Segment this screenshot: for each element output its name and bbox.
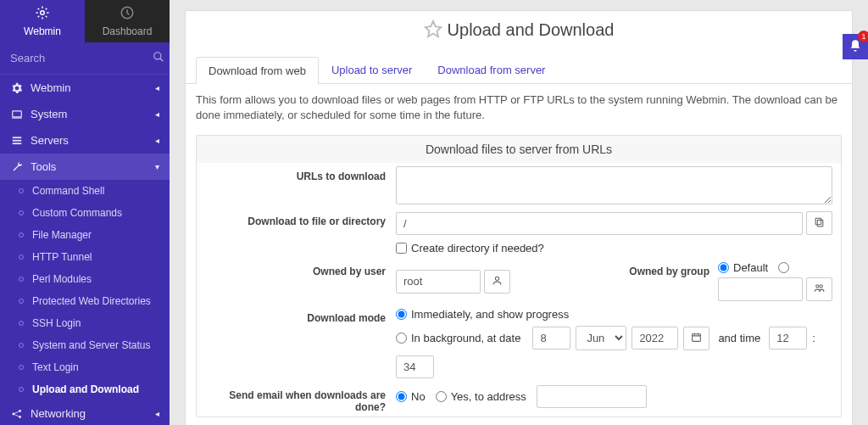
mode-bg-label[interactable]: In background, at date — [396, 332, 520, 344]
nav-networking-label: Networking — [31, 407, 155, 420]
sub-upload-download[interactable]: Upload and Download — [0, 378, 170, 400]
create-dir-checkbox[interactable] — [396, 243, 407, 254]
nav-tools[interactable]: Tools ▾ — [0, 154, 170, 180]
svg-point-19 — [820, 285, 822, 288]
year-input[interactable] — [632, 327, 678, 350]
svg-rect-3 — [13, 110, 22, 116]
nav-servers[interactable]: Servers ◂ — [0, 127, 170, 154]
svg-point-8 — [19, 410, 21, 412]
colon-text: : — [812, 332, 815, 344]
nav-webmin[interactable]: Webmin ◂ — [0, 75, 170, 101]
nav-system[interactable]: System ◂ — [0, 101, 170, 127]
notification-badge: 1 — [858, 31, 868, 42]
group-default-radio-label[interactable]: Default — [718, 261, 768, 274]
nav-networking[interactable]: Networking ◂ — [0, 400, 170, 425]
bullet-icon — [19, 299, 24, 304]
tab-dashboard[interactable]: Dashboard — [85, 0, 170, 42]
hour-input[interactable] — [769, 327, 807, 350]
email-yes-label[interactable]: Yes, to address — [436, 390, 526, 403]
svg-rect-6 — [13, 143, 22, 144]
sub-custom-commands[interactable]: Custom Commands — [0, 202, 170, 224]
notifications-button[interactable]: 1 — [843, 34, 868, 59]
create-dir-check-label[interactable]: Create directory if needed? — [396, 242, 544, 254]
bullet-icon — [19, 365, 24, 370]
chevron-left-icon: ◂ — [155, 83, 159, 92]
dashboard-icon — [120, 5, 135, 24]
search-input[interactable] — [10, 52, 153, 64]
sub-text-login[interactable]: Text Login — [0, 356, 170, 378]
month-select[interactable]: Jun — [576, 326, 626, 350]
sub-perl-modules[interactable]: Perl Modules — [0, 268, 170, 290]
share-icon — [10, 408, 24, 420]
tab-dashboard-label: Dashboard — [103, 25, 153, 37]
star-icon[interactable] — [424, 20, 448, 41]
calendar-icon — [691, 332, 702, 345]
bullet-icon — [19, 343, 24, 348]
mode-bg-radio[interactable] — [396, 333, 407, 344]
mode-immediate-label[interactable]: Immediately, and show progress — [396, 308, 569, 321]
tab-webmin-label: Webmin — [24, 25, 61, 37]
folder-icon — [814, 216, 825, 230]
nav-tools-label: Tools — [31, 160, 155, 173]
nav-webmin-label: Webmin — [31, 81, 155, 94]
bullet-icon — [19, 254, 24, 260]
directory-input[interactable] — [396, 212, 803, 235]
tab-download-from-web[interactable]: Download from web — [196, 57, 319, 84]
nav-servers-label: Servers — [31, 134, 155, 147]
create-dir-text: Create directory if needed? — [411, 242, 544, 254]
svg-point-17 — [495, 277, 498, 280]
group-custom-radio[interactable] — [778, 262, 789, 273]
bullet-icon — [19, 277, 24, 282]
chevron-down-icon: ▾ — [155, 162, 159, 171]
pick-group-button[interactable] — [806, 277, 832, 301]
group-input[interactable] — [718, 277, 803, 301]
svg-rect-4 — [13, 137, 22, 138]
nav-system-label: System — [31, 108, 155, 120]
label-owned-user: Owned by user — [205, 261, 396, 277]
tab-webmin[interactable]: Webmin — [0, 0, 85, 42]
svg-point-9 — [19, 416, 21, 418]
group-custom-radio-label[interactable] — [778, 262, 793, 273]
browse-dir-button[interactable] — [806, 211, 832, 235]
user-input[interactable] — [396, 270, 481, 294]
page-title: Upload and Download — [448, 20, 615, 40]
servers-icon — [10, 135, 24, 147]
and-time-text: and time — [718, 332, 760, 344]
sub-http-tunnel[interactable]: HTTP Tunnel — [0, 246, 170, 268]
email-yes-radio[interactable] — [436, 391, 447, 402]
chevron-left-icon: ◂ — [155, 409, 159, 418]
mode-immediate-radio[interactable] — [396, 309, 407, 320]
pick-user-button[interactable] — [484, 270, 510, 294]
day-input[interactable] — [532, 327, 570, 350]
chevron-left-icon: ◂ — [155, 136, 159, 145]
group-default-radio[interactable] — [718, 262, 729, 273]
sub-protected-web-dirs[interactable]: Protected Web Directories — [0, 290, 170, 312]
tab-download-from-server[interactable]: Download from server — [425, 56, 558, 83]
label-email: Send email when downloads are done? — [205, 385, 396, 413]
gear-icon — [10, 82, 24, 94]
label-owned-group: Owned by group — [629, 261, 718, 277]
webmin-logo-icon — [35, 5, 50, 24]
svg-point-7 — [12, 412, 14, 415]
section-title: Download files to server from URLs — [197, 136, 841, 163]
user-icon — [492, 275, 503, 288]
email-no-label[interactable]: No — [396, 390, 426, 403]
svg-rect-16 — [817, 221, 823, 227]
form-description: This form allows you to download files o… — [186, 84, 852, 131]
label-urls: URLs to download — [205, 166, 396, 182]
calendar-button[interactable] — [683, 327, 709, 350]
svg-point-0 — [41, 11, 45, 15]
bullet-icon — [19, 387, 24, 392]
minute-input[interactable] — [396, 355, 434, 378]
sub-command-shell[interactable]: Command Shell — [0, 180, 170, 202]
svg-point-2 — [154, 53, 161, 59]
sub-system-server-status[interactable]: System and Server Status — [0, 334, 170, 356]
search-icon[interactable] — [153, 51, 164, 65]
sub-ssh-login[interactable]: SSH Login — [0, 312, 170, 334]
email-no-radio[interactable] — [396, 391, 407, 402]
tab-upload-to-server[interactable]: Upload to server — [319, 56, 425, 83]
email-address-input[interactable] — [537, 385, 647, 408]
urls-textarea[interactable] — [396, 166, 832, 204]
bullet-icon — [19, 321, 24, 326]
sub-file-manager[interactable]: File Manager — [0, 224, 170, 246]
